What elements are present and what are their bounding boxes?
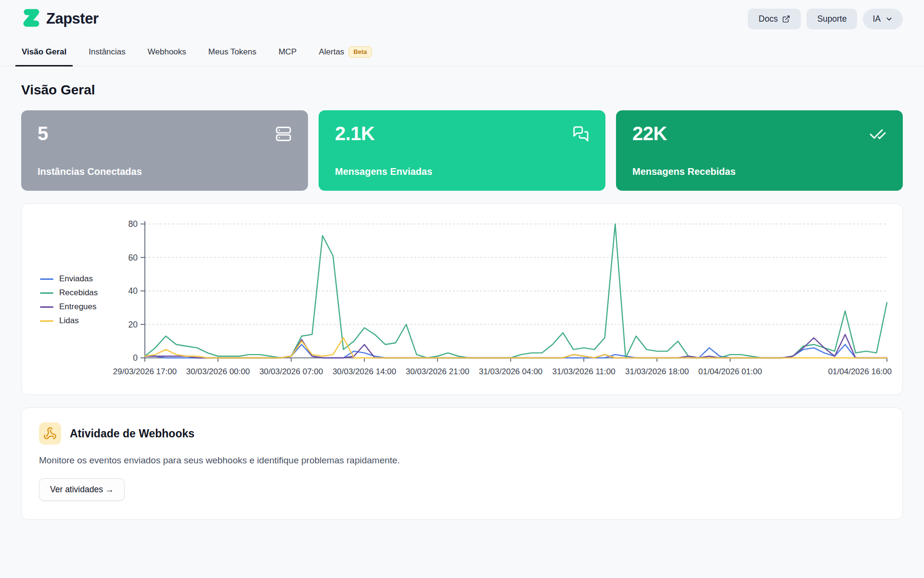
svg-text:30/03/2026 07:00: 30/03/2026 07:00 <box>259 367 323 376</box>
page-title: Visão Geral <box>21 82 903 98</box>
beta-badge: Beta <box>348 46 372 58</box>
chevron-down-icon <box>885 15 893 23</box>
tab-label: Instâncias <box>89 47 126 57</box>
svg-text:01/04/2026 16:00: 01/04/2026 16:00 <box>828 367 892 376</box>
external-link-icon <box>782 15 790 23</box>
webhook-activity-card: Atividade de Webhooks Monitore os evento… <box>21 407 903 520</box>
stat-label: Mensagens Recebidas <box>632 166 886 177</box>
main-nav: Visão Geral Instâncias Webhooks Meus Tok… <box>0 41 924 66</box>
webhook-card-title: Atividade de Webhooks <box>70 427 194 440</box>
tab-mcp[interactable]: MCP <box>272 41 303 66</box>
stat-label: Mensagens Enviadas <box>335 166 589 177</box>
tab-label: Visão Geral <box>22 47 66 57</box>
svg-text:40: 40 <box>128 286 138 296</box>
docs-button[interactable]: Docs <box>748 9 801 29</box>
svg-text:60: 60 <box>128 253 138 263</box>
svg-text:0: 0 <box>133 353 138 363</box>
tab-alertas[interactable]: Alertas Beta <box>312 41 378 66</box>
tab-label: Meus Tokens <box>208 47 257 57</box>
ia-dropdown[interactable]: IA <box>863 9 903 29</box>
svg-text:01/04/2026 01:00: 01/04/2026 01:00 <box>698 367 762 376</box>
webhook-card-description: Monitore os eventos enviados para seus w… <box>39 455 885 466</box>
svg-text:30/03/2026 21:00: 30/03/2026 21:00 <box>406 367 469 376</box>
svg-text:30/03/2026 14:00: 30/03/2026 14:00 <box>333 367 396 376</box>
ia-dropdown-label: IA <box>873 14 881 24</box>
main-content: Visão Geral 5 Instâncias Conectadas 2.1K… <box>0 82 924 520</box>
zapster-logo-icon <box>21 8 41 30</box>
stat-card: 22K Mensagens Recebidas <box>616 110 903 191</box>
tab-visao-geral[interactable]: Visão Geral <box>15 41 73 66</box>
stat-value: 22K <box>632 123 886 144</box>
stat-card: 5 Instâncias Conectadas <box>21 110 308 191</box>
zapster-logo[interactable]: Zapster <box>21 8 98 30</box>
svg-text:31/03/2026 04:00: 31/03/2026 04:00 <box>479 367 542 376</box>
tab-label: MCP <box>279 47 297 57</box>
top-actions: Docs Suporte IA <box>748 9 903 29</box>
check-check-icon <box>869 126 886 145</box>
docs-button-label: Docs <box>758 14 778 24</box>
stat-cards: 5 Instâncias Conectadas 2.1K Mensagens E… <box>21 110 903 191</box>
svg-text:31/03/2026 18:00: 31/03/2026 18:00 <box>625 367 689 376</box>
tab-label: Alertas <box>319 47 344 57</box>
webhook-icon <box>39 422 61 445</box>
tab-meus-tokens[interactable]: Meus Tokens <box>202 41 263 66</box>
tab-instancias[interactable]: Instâncias <box>82 41 132 66</box>
tab-webhooks[interactable]: Webhooks <box>141 41 192 66</box>
stat-value: 5 <box>38 123 292 144</box>
messages-chart-card: EnviadasRecebidasEntreguesLidas 02040608… <box>21 203 903 395</box>
brand-name: Zapster <box>46 10 98 27</box>
stat-card: 2.1K Mensagens Enviadas <box>319 110 605 191</box>
top-bar: Zapster Docs Suporte IA <box>0 0 924 30</box>
svg-text:30/03/2026 00:00: 30/03/2026 00:00 <box>186 367 250 376</box>
view-activities-button[interactable]: Ver atividades → <box>39 478 125 501</box>
svg-text:80: 80 <box>128 219 138 229</box>
svg-text:31/03/2026 11:00: 31/03/2026 11:00 <box>552 367 616 376</box>
webhook-card-header: Atividade de Webhooks <box>39 422 885 445</box>
overview-chart-svg[interactable]: 02040608029/03/2026 17:0030/03/2026 00:0… <box>22 204 902 394</box>
messages-icon <box>573 126 589 144</box>
svg-text:29/03/2026 17:00: 29/03/2026 17:00 <box>113 367 177 376</box>
svg-text:20: 20 <box>128 320 138 329</box>
support-button[interactable]: Suporte <box>807 9 857 29</box>
tab-label: Webhooks <box>148 47 186 57</box>
stat-label: Instâncias Conectadas <box>38 166 292 177</box>
support-button-label: Suporte <box>817 14 847 24</box>
stat-value: 2.1K <box>335 123 589 144</box>
server-icon <box>275 126 292 144</box>
